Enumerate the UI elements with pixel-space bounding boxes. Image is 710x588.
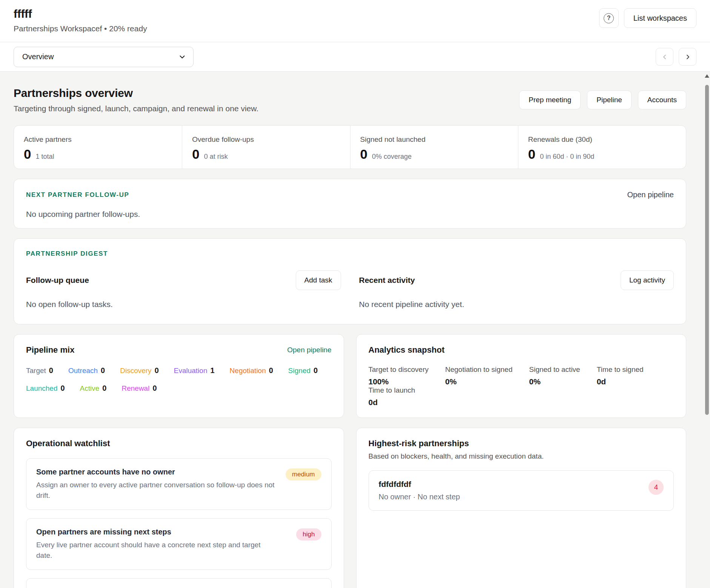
stage-label: Discovery	[120, 367, 151, 375]
stage-target: Target 0	[26, 366, 53, 375]
metric-value: 0d	[597, 377, 644, 386]
watchlist-item-text: Some partner accounts have no owner Assi…	[36, 468, 278, 500]
next-follow-up-heading: Next partner follow-up	[26, 191, 129, 199]
stat-label: Signed not launched	[360, 135, 518, 144]
recent-activity-column: Recent activity Log activity No recent p…	[359, 270, 674, 309]
chevron-down-icon	[178, 53, 186, 61]
partnership-digest-card: Partnership digest Follow-up queue Add t…	[14, 238, 686, 324]
metric-value: 0d	[369, 398, 415, 407]
page-subtitle: Targeting through signed, launch, campai…	[14, 104, 258, 113]
stat-note: 0% coverage	[372, 153, 412, 161]
stat-label: Renewals due (30d)	[528, 135, 686, 144]
follow-up-queue-title: Follow-up queue	[26, 276, 89, 285]
watchlist-item-description: Assign an owner to every active partner …	[36, 480, 278, 500]
watchlist-title: Operational watchlist	[26, 439, 332, 448]
stat-active-partners: Active partners 0 1 total	[14, 126, 182, 169]
metric-label: Time to launch	[369, 386, 415, 395]
prep-meeting-button[interactable]: Prep meeting	[519, 91, 581, 109]
view-selector[interactable]: Overview	[14, 47, 194, 67]
next-view-button[interactable]	[679, 48, 696, 66]
stage-label: Renewal	[121, 384, 149, 393]
help-icon: ?	[604, 13, 614, 23]
stage-value: 0	[152, 384, 157, 393]
view-toolbar: Overview	[0, 42, 710, 72]
stage-value: 0	[49, 366, 53, 375]
metric-negotiation-to-signed: Negotiation to signed 0%	[445, 365, 513, 386]
app-header: fffff Partnerships Workspacef • 20% read…	[0, 0, 710, 42]
highest-risk-subtitle: Based on blockers, health, and missing e…	[369, 452, 674, 461]
pipeline-button[interactable]: Pipeline	[587, 91, 632, 109]
digest-heading: Partnership digest	[26, 250, 674, 258]
pipeline-stage-list: Target 0 Outreach 0 Discovery 0 Evaluati…	[26, 366, 332, 393]
metric-target-to-discovery: Target to discovery 100%	[369, 365, 429, 386]
watchlist-item[interactable]: Open partners are missing next steps Eve…	[26, 518, 332, 570]
help-button[interactable]: ?	[599, 8, 619, 28]
stage-outreach: Outreach 0	[68, 366, 105, 375]
next-follow-up-card: Next partner follow-up Open pipeline No …	[14, 179, 686, 229]
stage-launched: Launched 0	[26, 384, 65, 393]
severity-badge: medium	[286, 468, 321, 481]
scroll-up-arrow-icon[interactable]	[705, 74, 709, 78]
stat-label: Active partners	[24, 135, 182, 144]
metric-label: Signed to active	[529, 365, 580, 374]
scrollbar[interactable]	[704, 72, 710, 588]
watchlist-item-title: Some partner accounts have no owner	[36, 468, 278, 476]
stage-label: Target	[26, 367, 46, 375]
watchlist-item-text: Open partners are missing next steps Eve…	[36, 528, 278, 560]
stat-value: 0	[528, 147, 535, 162]
watchlist-item[interactable]: Some partner accounts have no owner Assi…	[26, 458, 332, 510]
stat-overdue-followups: Overdue follow-ups 0 0 at risk	[182, 126, 350, 169]
scrollbar-thumb[interactable]	[705, 85, 709, 415]
watchlist-item-list: Some partner accounts have no owner Assi…	[26, 458, 332, 588]
stage-value: 1	[210, 366, 214, 375]
add-task-button[interactable]: Add task	[296, 270, 341, 290]
workspace-subtitle: Partnerships Workspacef • 20% ready	[14, 24, 147, 33]
chevron-right-icon	[684, 53, 692, 61]
metric-label: Negotiation to signed	[445, 365, 513, 374]
workspace-title: fffff	[14, 8, 147, 20]
metric-time-to-launch: Time to launch 0d	[369, 386, 415, 407]
main-content: Partnerships overview Targeting through …	[0, 72, 686, 588]
stage-value: 0	[314, 366, 318, 375]
open-pipeline-link[interactable]: Open pipeline	[627, 190, 674, 199]
stage-value: 0	[102, 384, 106, 393]
stat-note: 0 in 60d · 0 in 90d	[540, 153, 594, 161]
stage-label: Signed	[288, 367, 310, 375]
stage-value: 0	[101, 366, 105, 375]
stage-label: Evaluation	[174, 367, 207, 375]
list-workspaces-button[interactable]: List workspaces	[624, 8, 696, 28]
recent-activity-title: Recent activity	[359, 276, 415, 285]
metric-value: 100%	[369, 377, 429, 386]
previous-view-button[interactable]	[656, 48, 673, 66]
chevron-left-icon	[661, 53, 669, 61]
stat-value: 0	[24, 147, 31, 162]
overview-header: Partnerships overview Targeting through …	[14, 87, 686, 113]
accounts-button[interactable]: Accounts	[638, 91, 686, 109]
stat-note: 0 at risk	[204, 153, 228, 161]
metric-signed-to-active: Signed to active 0%	[529, 365, 580, 386]
risk-count-badge: 4	[649, 480, 664, 495]
overview-actions: Prep meeting Pipeline Accounts	[519, 91, 686, 109]
risk-partner-meta: No owner · No next step	[379, 493, 460, 501]
metric-label: Target to discovery	[369, 365, 429, 374]
stat-note: 1 total	[35, 153, 54, 161]
stage-label: Active	[80, 384, 100, 393]
pipeline-mix-open-pipeline-link[interactable]: Open pipeline	[287, 346, 331, 354]
metric-time-to-signed: Time to signed 0d	[597, 365, 644, 386]
operational-watchlist-card: Operational watchlist Some partner accou…	[14, 428, 344, 588]
risk-partner-item[interactable]: fdfdfdfdf No owner · No next step 4	[369, 470, 674, 511]
analytics-metric-list: Target to discovery 100% Negotiation to …	[369, 365, 674, 407]
watchlist-item[interactable]: Some partner deals are missing contact-m…	[26, 578, 332, 588]
stage-label: Negotiation	[230, 367, 266, 375]
risk-partner-text: fdfdfdfdf No owner · No next step	[379, 480, 460, 501]
page-title: Partnerships overview	[14, 87, 258, 100]
stage-renewal: Renewal 0	[121, 384, 157, 393]
stage-value: 0	[155, 366, 159, 375]
log-activity-button[interactable]: Log activity	[621, 270, 674, 290]
highest-risk-card: Highest-risk partnerships Based on block…	[356, 428, 687, 588]
follow-up-queue-column: Follow-up queue Add task No open follow-…	[26, 270, 341, 309]
stat-signed-not-launched: Signed not launched 0 0% coverage	[350, 126, 518, 169]
analytics-title: Analytics snapshot	[369, 345, 674, 355]
metric-value: 0%	[445, 377, 513, 386]
pipeline-mix-card: Pipeline mix Open pipeline Target 0 Outr…	[14, 334, 344, 418]
